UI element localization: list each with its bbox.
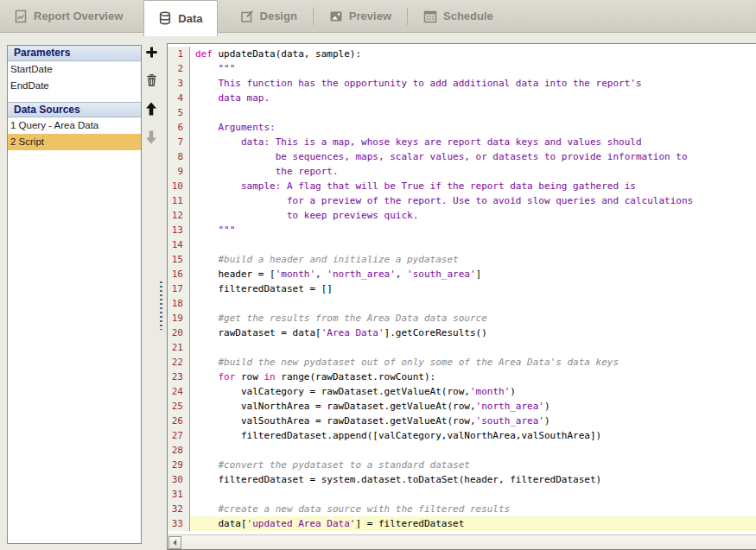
code-text: Arguments:: [190, 120, 756, 135]
tab-preview[interactable]: Preview: [315, 0, 405, 33]
tab-separator: [313, 8, 314, 25]
database-icon: [158, 11, 172, 25]
data-source-item[interactable]: 1 Query - Area Data: [8, 117, 141, 134]
code-text: filteredDataset = system.dataset.toDataS…: [190, 472, 756, 487]
code-text: [190, 443, 756, 458]
parameter-item[interactable]: EndDate: [8, 78, 141, 94]
code-line[interactable]: 23 for row in range(rawDataset.rowCount)…: [168, 370, 756, 384]
code-text: """: [190, 223, 756, 237]
code-line[interactable]: 20 rawDataset = data['Area Data'].getCor…: [168, 326, 756, 340]
line-number: 26: [168, 414, 190, 428]
code-text: to keep previews quick.: [190, 208, 756, 223]
scrollbar-track[interactable]: [181, 536, 756, 549]
line-number: 15: [168, 252, 190, 267]
line-number: 24: [168, 384, 190, 399]
code-text: filteredDataset = []: [190, 281, 756, 296]
report-designer-window: Report Overview Data Design: [0, 0, 756, 550]
line-number: 6: [168, 120, 190, 135]
code-line[interactable]: 26 valSouthArea = rawDataset.getValueAt(…: [168, 414, 756, 428]
code-line[interactable]: 19 #get the results from the Area Data d…: [168, 311, 756, 326]
code-line[interactable]: 13 """: [168, 223, 756, 237]
add-button[interactable]: [143, 46, 159, 61]
code-line[interactable]: 16 header = ['month', 'north_area', 'sou…: [168, 267, 756, 281]
code-line[interactable]: 3 This function has the opportunity to a…: [168, 76, 756, 91]
tab-design[interactable]: Design: [226, 0, 311, 33]
line-number: 1: [168, 47, 190, 61]
code-line[interactable]: 10 sample: A flag that will be True if t…: [168, 179, 756, 193]
data-panel: Parameters StartDateEndDate Data Sources…: [7, 45, 142, 544]
code-line[interactable]: 28: [168, 443, 756, 458]
data-source-toolbar: [142, 46, 161, 147]
line-number: 18: [168, 296, 190, 311]
code-text: #build the new pydataset out of only som…: [190, 355, 756, 370]
code-line[interactable]: 2 """: [168, 61, 756, 76]
code-text: for row in range(rawDataset.rowCount):: [190, 370, 756, 384]
report-overview-icon: [14, 9, 28, 23]
scroll-left-button[interactable]: [168, 536, 181, 549]
code-line[interactable]: 11 for a preview of the report. Use to a…: [168, 193, 756, 208]
delete-button[interactable]: [143, 74, 159, 90]
code-line[interactable]: 14: [168, 237, 756, 252]
code-line[interactable]: 27 filteredDataset.append([valCategory,v…: [168, 428, 756, 443]
code-text: rawDataset = data['Area Data'].getCoreRe…: [190, 326, 756, 340]
line-number: 10: [168, 179, 190, 193]
line-number: 22: [168, 355, 190, 370]
code-line[interactable]: 12 to keep previews quick.: [168, 208, 756, 223]
code-line[interactable]: 9 the report.: [168, 164, 756, 179]
script-code-editor[interactable]: 1def updateData(data, sample):2 """3 Thi…: [167, 43, 756, 550]
code-line[interactable]: 30 filteredDataset = system.dataset.toDa…: [168, 472, 756, 487]
code-line[interactable]: 15 #build a header and initialize a pyda…: [168, 252, 756, 267]
pencil-edit-icon: [240, 9, 254, 23]
line-number: 5: [168, 105, 190, 120]
code-line[interactable]: 7 data: This is a map, whose keys are re…: [168, 135, 756, 149]
tab-separator: [407, 8, 408, 25]
code-text: #get the results from the Area Data data…: [190, 311, 756, 326]
code-line[interactable]: 1def updateData(data, sample):: [168, 47, 756, 61]
code-text: [190, 487, 756, 502]
line-number: 30: [168, 472, 190, 487]
move-up-button[interactable]: [143, 103, 159, 118]
code-line[interactable]: 33 data['updated Area Data'] = filteredD…: [168, 516, 756, 531]
code-line[interactable]: 17 filteredDataset = []: [168, 281, 756, 296]
code-line[interactable]: 18: [168, 296, 756, 311]
code-text: for a preview of the report. Use to avoi…: [190, 193, 756, 208]
code-line[interactable]: 31: [168, 487, 756, 502]
code-line[interactable]: 24 valCategory = rawDataset.getValueAt(r…: [168, 384, 756, 399]
code-line[interactable]: 32 #create a new data source with the fi…: [168, 502, 756, 516]
image-preview-icon: [329, 9, 343, 23]
code-line[interactable]: 21: [168, 340, 756, 355]
tab-label: Design: [260, 9, 297, 22]
panel-splitter-handle[interactable]: [160, 281, 162, 330]
line-number: 8: [168, 149, 190, 164]
parameters-header: Parameters: [8, 46, 141, 61]
tab-schedule[interactable]: Schedule: [410, 0, 507, 33]
line-number: 16: [168, 267, 190, 281]
tab-label: Preview: [349, 9, 391, 22]
line-number: 17: [168, 281, 190, 296]
code-line[interactable]: 6 Arguments:: [168, 120, 756, 135]
code-text: header = ['month', 'north_area', 'south_…: [190, 267, 756, 281]
tab-label: Data: [178, 12, 202, 25]
code-line[interactable]: 5: [168, 105, 756, 120]
tab-report-overview[interactable]: Report Overview: [0, 0, 137, 33]
tab-data[interactable]: Data: [143, 0, 217, 36]
code-line[interactable]: 22 #build the new pydataset out of only …: [168, 355, 756, 370]
code-line[interactable]: 8 be sequences, maps, scalar values, or …: [168, 149, 756, 164]
data-sources-list: 1 Query - Area Data2 Script: [8, 117, 141, 150]
line-number: 23: [168, 370, 190, 384]
code-text: #build a header and initialize a pydatas…: [190, 252, 756, 267]
line-number: 20: [168, 326, 190, 340]
code-line[interactable]: 25 valNorthArea = rawDataset.getValueAt(…: [168, 399, 756, 414]
line-number: 2: [168, 61, 190, 76]
scroll-left-arrow-icon: [171, 534, 179, 550]
code-area[interactable]: 1def updateData(data, sample):2 """3 Thi…: [168, 44, 756, 534]
horizontal-scrollbar[interactable]: [168, 534, 756, 549]
line-number: 31: [168, 487, 190, 502]
parameter-item[interactable]: StartDate: [8, 61, 141, 78]
move-down-button[interactable]: [143, 131, 159, 147]
code-line[interactable]: 4 data map.: [168, 91, 756, 105]
code-text: #create a new data source with the filte…: [190, 502, 756, 516]
code-line[interactable]: 29 #convert the pydataset to a standard …: [168, 458, 756, 472]
data-source-item[interactable]: 2 Script: [8, 134, 141, 150]
line-number: 13: [168, 223, 190, 237]
